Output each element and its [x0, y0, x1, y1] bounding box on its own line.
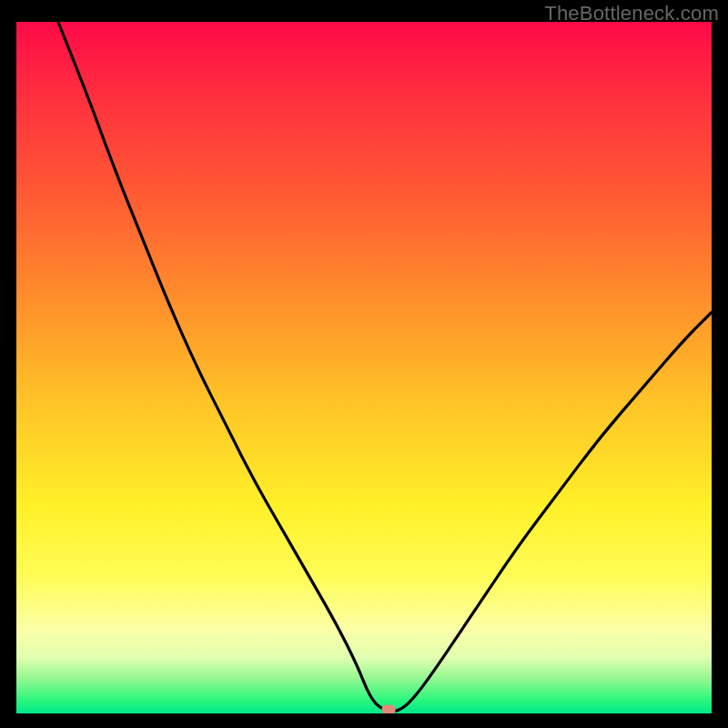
plot-area	[16, 22, 712, 713]
optimal-marker	[381, 705, 395, 713]
bottleneck-curve	[16, 22, 712, 713]
watermark-text: TheBottleneck.com	[544, 2, 719, 25]
chart-frame: TheBottleneck.com	[0, 0, 728, 728]
